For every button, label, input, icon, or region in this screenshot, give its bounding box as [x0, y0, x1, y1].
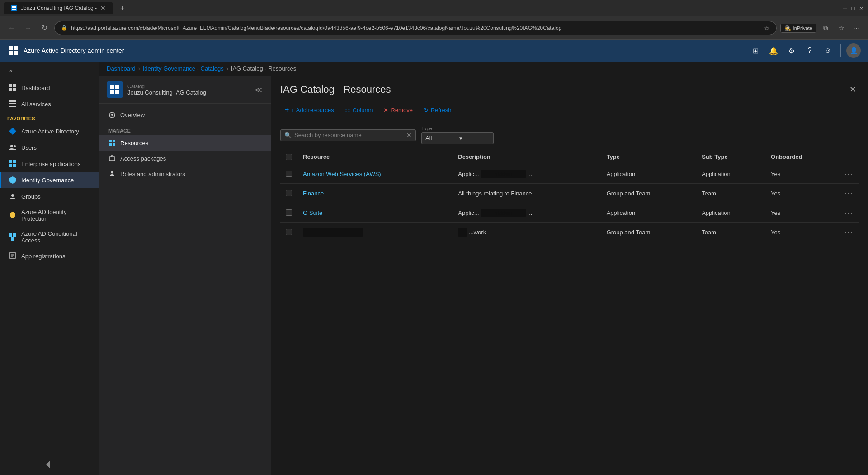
sidebar-collapse-button[interactable]: « — [5, 65, 16, 76]
notifications-icon[interactable]: 🔔 — [766, 43, 781, 58]
close-button[interactable]: ✕ — [858, 5, 864, 11]
sidebar-item-label: Dashboard — [21, 85, 50, 91]
resource-name[interactable]: Finance — [303, 190, 324, 197]
catalog-nav-resources[interactable]: Resources — [99, 135, 271, 151]
remove-icon: ✕ — [383, 107, 388, 114]
table-row: Finance All things relating to Finance G… — [280, 184, 859, 203]
resources-close-button[interactable]: ✕ — [846, 83, 859, 96]
sidebar-item-azure-active-directory[interactable]: Azure Active Directory — [0, 123, 99, 139]
refresh-button[interactable]: ↻ Refresh — [419, 104, 456, 116]
remove-button[interactable]: ✕ Remove — [379, 104, 417, 116]
search-input[interactable] — [294, 132, 404, 138]
svg-rect-16 — [9, 164, 12, 167]
col-actions — [839, 150, 859, 164]
tab-close-button[interactable]: ✕ — [100, 5, 106, 12]
search-clear-button[interactable]: ✕ — [406, 132, 412, 139]
top-nav-right: ⊞ 🔔 ⚙ ? ☺ 👤 — [748, 43, 861, 58]
sidebar-bottom-collapse[interactable] — [0, 456, 99, 475]
chevron-down-icon: ▾ — [459, 135, 490, 142]
sub-type-cell: Application — [696, 164, 765, 184]
sidebar-item-users[interactable]: Users — [0, 139, 99, 156]
resource-name[interactable]: G Suite — [303, 209, 322, 216]
row-more-actions-button[interactable]: ⋯ — [844, 169, 854, 178]
select-all-checkbox[interactable] — [286, 154, 292, 160]
reload-button[interactable]: ↻ — [38, 22, 51, 34]
bookmark-icon[interactable]: ☆ — [764, 24, 770, 32]
maximize-button[interactable]: □ — [850, 5, 856, 11]
resource-name[interactable]: Amazon Web Services (AWS) — [303, 171, 381, 177]
favorites-button[interactable]: ☆ — [835, 22, 847, 34]
browser-actions: 🕵 InPrivate ⧉ ☆ ⋯ — [780, 22, 863, 34]
catalog-label: Catalog — [127, 84, 206, 89]
svg-rect-17 — [13, 164, 16, 167]
row-checkbox-cell — [280, 184, 297, 203]
settings-icon[interactable]: ⚙ — [784, 43, 799, 58]
sidebar-item-identity-governance[interactable]: Identity Governance — [0, 172, 99, 188]
sidebar-item-azure-ad-identity-protection[interactable]: Azure AD Identity Protection — [0, 204, 99, 226]
type-select[interactable]: All ▾ — [421, 132, 494, 144]
extensions-button[interactable]: ⧉ — [819, 22, 832, 34]
row-checkbox-cell — [280, 164, 297, 184]
row-more-actions-button[interactable]: ⋯ — [844, 208, 854, 217]
add-resources-label: + Add resources — [291, 107, 334, 114]
favorites-label: FAVORITES — [0, 112, 99, 123]
feedback-icon[interactable]: ☺ — [821, 43, 835, 58]
sidebar-item-app-registrations[interactable]: App registrations — [0, 248, 99, 264]
catalog-nav-roles[interactable]: Roles and administrators — [99, 166, 271, 181]
column-button[interactable]: ⚏ Column — [340, 104, 377, 116]
resource-name-redacted[interactable] — [303, 228, 363, 237]
settings-button[interactable]: ⋯ — [850, 22, 863, 34]
sidebar-item-label: App registrations — [21, 253, 66, 260]
sidebar-item-enterprise-applications[interactable]: Enterprise applications — [0, 156, 99, 172]
description-cell: Applic... hidden ... — [453, 164, 601, 184]
catalog-nav-access-packages[interactable]: Access packages — [99, 151, 271, 166]
sidebar-item-dashboard[interactable]: Dashboard — [0, 80, 99, 96]
row-checkbox[interactable] — [286, 171, 292, 177]
sidebar-item-label: Identity Governance — [21, 177, 74, 184]
add-resources-button[interactable]: + + Add resources — [280, 104, 339, 116]
users-icon — [9, 143, 17, 152]
user-avatar[interactable]: 👤 — [846, 43, 861, 58]
sidebar-item-azure-ad-conditional-access[interactable]: Azure AD Conditional Access — [0, 226, 99, 248]
description-cell: ...work — [453, 223, 601, 242]
type-cell: Application — [601, 203, 697, 223]
catalog-nav-overview[interactable]: Overview — [99, 107, 271, 123]
svg-rect-14 — [9, 160, 12, 163]
type-select-value: All — [425, 135, 456, 142]
catalog-icon — [107, 81, 123, 98]
sub-type-cell: Team — [696, 184, 765, 203]
catalog-nav-manage-label: Manage — [99, 123, 271, 135]
minimize-button[interactable]: ─ — [842, 5, 848, 11]
catalog-nav-roles-label: Roles and administrators — [120, 171, 185, 177]
row-checkbox[interactable] — [286, 190, 292, 196]
type-filter: Type All ▾ — [421, 126, 494, 144]
portal-icon[interactable]: ⊞ — [748, 43, 763, 58]
forward-button[interactable]: → — [22, 22, 34, 34]
new-tab-button[interactable]: + — [115, 1, 130, 15]
redacted-text: hidden — [481, 209, 526, 217]
browser-tab[interactable]: Jouzu Consulting IAG Catalog - ✕ — [4, 2, 113, 14]
catalog-panel-collapse-button[interactable]: ≪ — [253, 84, 264, 95]
breadcrumb-identity-governance[interactable]: Identity Governance - Catalogs — [143, 65, 224, 72]
search-box: 🔍 ✕ — [280, 129, 416, 141]
svg-rect-9 — [9, 103, 16, 104]
svg-rect-31 — [109, 143, 112, 146]
back-button[interactable]: ← — [5, 22, 18, 34]
row-more-actions-button[interactable]: ⋯ — [844, 228, 854, 237]
help-icon[interactable]: ? — [802, 43, 817, 58]
sidebar-item-all-services[interactable]: All services — [0, 96, 99, 112]
svg-point-34 — [111, 171, 113, 174]
tab-title: Jouzu Consulting IAG Catalog - — [21, 5, 97, 11]
svg-rect-29 — [109, 140, 112, 142]
sub-type-cell: Team — [696, 223, 765, 242]
waffle-icon[interactable] — [7, 44, 20, 57]
row-more-actions-button[interactable]: ⋯ — [844, 189, 854, 198]
sidebar-item-groups[interactable]: Groups — [0, 188, 99, 204]
row-checkbox[interactable] — [286, 229, 292, 235]
address-bar[interactable]: 🔒 https://aad.portal.azure.com/#blade/Mi… — [54, 21, 777, 35]
svg-point-12 — [10, 145, 13, 147]
breadcrumb-dashboard[interactable]: Dashboard — [107, 65, 136, 72]
table-row: Amazon Web Services (AWS) Applic... hidd… — [280, 164, 859, 184]
dashboard-icon — [9, 84, 17, 92]
row-checkbox[interactable] — [286, 209, 292, 216]
